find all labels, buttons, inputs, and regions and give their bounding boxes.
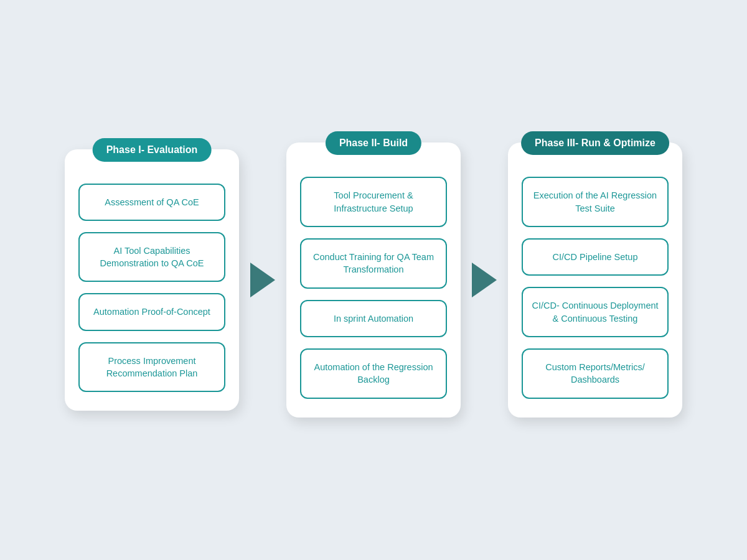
phase-1-item-3: Automation Proof-of-Concept (78, 293, 225, 330)
phase-1-wrapper: Phase I- EvaluationAssessment of QA CoEA… (65, 149, 239, 411)
arrow-1 (250, 263, 275, 297)
arrow-2 (472, 263, 497, 297)
phase-3-item-2: CI/CD Pipeline Setup (522, 238, 669, 276)
phase-2-card: Phase II- BuildTool Procurement & Infras… (286, 142, 461, 417)
phase-1-item-1: Assessment of QA CoE (78, 184, 225, 221)
phase-2-item-3: In sprint Automation (300, 300, 447, 337)
phase-3-item-3: CI/CD- Continuous Deployment & Continuou… (522, 287, 669, 337)
phase-1-header: Phase I- Evaluation (93, 138, 212, 162)
diagram-container: Phase I- EvaluationAssessment of QA CoEA… (31, 142, 716, 417)
phase-1-item-4: Process Improvement Recommendation Plan (78, 342, 225, 393)
phase-2-wrapper: Phase II- BuildTool Procurement & Infras… (286, 142, 461, 417)
phase-2-item-4: Automation of the Regression Backlog (300, 348, 447, 399)
phase-3-item-4: Custom Reports/Metrics/ Dashboards (522, 348, 669, 399)
phase-3-card: Phase III- Run & OptimizeExecution of th… (508, 142, 682, 417)
phase-2-header: Phase II- Build (326, 131, 421, 155)
phase-3-header: Phase III- Run & Optimize (521, 131, 669, 155)
phase-2-item-1: Tool Procurement & Infrastructure Setup (300, 177, 447, 227)
phase-3-item-1: Execution of the AI Regression Test Suit… (522, 177, 669, 227)
phase-2-item-2: Conduct Training for QA Team Transformat… (300, 238, 447, 289)
phase-3-wrapper: Phase III- Run & OptimizeExecution of th… (508, 142, 682, 417)
phase-1-item-2: AI Tool Capabilities Demonstration to QA… (78, 232, 225, 282)
phase-1-card: Phase I- EvaluationAssessment of QA CoEA… (65, 149, 239, 411)
